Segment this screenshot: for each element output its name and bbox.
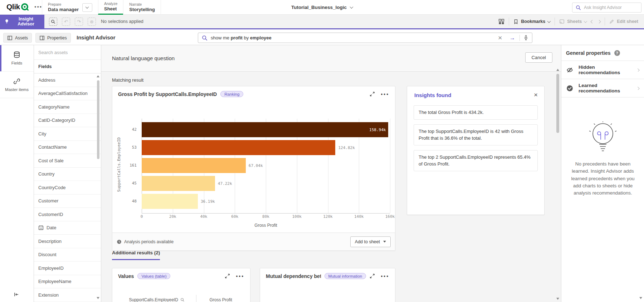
assets-panel-toggle[interactable]: Assets [3,33,32,43]
nav-tab-storytelling[interactable]: NarrateStorytelling [123,0,161,15]
field-item-city[interactable]: City [34,127,101,141]
bar-161[interactable]: 67.04k [142,158,246,173]
expand-icon[interactable] [225,273,230,279]
field-item-description[interactable]: Description [34,235,101,248]
sheets-dropdown[interactable]: Sheets [559,19,587,24]
table-column-header[interactable]: Gross Profit [196,295,245,302]
x-tick-label: 40k [200,214,208,219]
nav-tab-dropdown-button[interactable] [82,3,92,12]
properties-panel: General properties ? Hidden recommendati… [561,45,644,302]
nlq-title: Natural language question [112,55,175,61]
scrollbar-thumb[interactable] [97,80,99,159]
field-item-date[interactable]: 12Date [34,221,101,235]
more-options-icon[interactable]: ●●● [381,92,389,96]
scroll-down-icon[interactable] [639,297,642,299]
scroll-down-icon[interactable] [97,297,99,299]
field-item-discount[interactable]: Discount [34,248,101,262]
field-item-contactname[interactable]: ContactName [34,141,101,154]
nav-tab-sheet[interactable]: AnalyzeSheet [98,0,123,15]
scroll-down-icon[interactable] [556,298,559,300]
expand-icon[interactable] [370,91,375,97]
scroll-up-icon[interactable] [556,69,559,71]
selections-status: No selections applied [101,19,143,24]
insight-advisor-label: Insight Advisor [12,16,40,27]
help-icon[interactable]: ? [614,50,620,56]
bar-53[interactable]: 124.82k [142,140,335,155]
x-tick-label: 0 [141,214,143,219]
panel-left-icon [7,35,13,40]
clear-selections-icon[interactable]: ⊗ [88,18,96,26]
field-item-categoryname[interactable]: CategoryName [34,100,101,114]
scroll-up-icon[interactable] [97,75,99,77]
next-sheet-icon[interactable] [597,20,601,23]
fields-scrollbar[interactable] [97,75,100,299]
clear-query-icon[interactable]: ✕ [494,35,506,41]
bar-45[interactable]: 47.22k [142,176,215,191]
chart-card-footer: Analysis periods available Add to sheet [112,233,395,250]
app-title-dropdown[interactable]: Tutorial_Business_logic [291,0,353,15]
selections-toolbar: Insight Advisor ↶ ↷ ⊗ No selections appl… [0,15,644,29]
main-scrollbar[interactable] [556,69,560,300]
more-options-icon[interactable]: ●●● [381,274,389,278]
field-item-catid-categoryid[interactable]: CatID-CategoryID [34,114,101,128]
edit-sheet-label: Edit sheet [617,19,638,24]
cancel-button[interactable]: Cancel [525,52,552,63]
insights-panel: Insights found × The total Gross Profit … [407,86,545,215]
field-item-employeename[interactable]: EmployeeName [34,275,101,289]
tab-additional-results[interactable]: Additional results (2) [112,250,160,260]
scrollbar-thumb[interactable] [556,74,559,133]
properties-panel-toggle[interactable]: Properties [35,33,71,43]
category-label: 45 [122,176,137,191]
nlq-search-input[interactable]: show me profit by employee ✕ → [198,33,532,43]
step-back-icon[interactable]: ↶ [62,18,70,26]
row-hidden-recommendations[interactable]: Hidden recommendations [561,61,644,79]
rail-item-fields[interactable]: Fields [0,45,34,72]
edit-sheet-button[interactable]: Edit sheet [609,19,638,24]
table-column-header[interactable]: SupportCalls.EmployeeID [117,295,196,302]
nav-tabs: PrepareData managerAnalyzeSheetNarrateSt… [42,0,161,15]
field-item-customer[interactable]: Customer [34,195,101,208]
search-icon[interactable] [180,298,185,302]
field-item-averagecallsatisfaction[interactable]: AverageCallSatisfaction [34,87,101,101]
nav-tab-data-manager[interactable]: PrepareData manager [42,0,98,15]
x-axis-label: Gross Profit [142,223,390,228]
close-icon[interactable]: × [534,92,538,98]
properties-title: General properties [566,50,611,56]
rail-item-master-items[interactable]: Master items [0,72,34,98]
insights-list: The total Gross Profit is 434.2k.The top… [407,98,544,171]
bar-48[interactable]: 36.19k [142,194,198,209]
submit-query-icon[interactable]: → [506,35,519,41]
more-options-icon[interactable]: ●●● [236,274,244,278]
fields-list-header: Fields [34,60,101,73]
collapse-panel-icon[interactable] [14,292,19,297]
row-learned-recommendations[interactable]: Learned recommendations [561,79,644,97]
global-menu-icon[interactable]: ●●● [34,5,42,9]
x-tick-label: 60k [231,214,238,219]
insight-item[interactable]: The top SupportCalls.EmployeeID is 42 wi… [414,124,538,145]
previous-sheet-icon[interactable] [591,20,594,23]
expand-icon[interactable] [370,273,375,279]
row-label: Learned recommendations [579,83,631,94]
chevron-right-icon [636,68,639,71]
smart-search-icon[interactable] [49,18,57,26]
insight-item[interactable]: The total Gross Profit is 434.2k. [414,105,538,120]
insight-advisor-button[interactable]: Insight Advisor [0,15,44,28]
field-item-address[interactable]: Address [34,73,101,87]
search-assets-input[interactable]: Search assets [34,45,101,60]
add-to-sheet-button[interactable]: Add to sheet [350,236,391,247]
gridline [390,119,390,213]
field-item-customerid[interactable]: CustomerID [34,208,101,221]
field-item-extension[interactable]: Extension [34,288,101,302]
x-tick-label: 80k [262,214,269,219]
field-item-countrycode[interactable]: CountryCode [34,181,101,195]
field-item-country[interactable]: Country [34,168,101,181]
step-forward-icon[interactable]: ↷ [75,18,83,26]
field-item-cost-of-sale[interactable]: Cost of Sale [34,154,101,168]
app-overview-icon[interactable] [498,19,504,25]
bar-42[interactable]: 158.94k [142,122,388,137]
field-item-employeeid[interactable]: EmployeeID [34,262,101,275]
bookmarks-dropdown[interactable]: Bookmarks [513,19,550,24]
insight-item[interactable]: The top 2 SupportCalls.EmployeeID repres… [414,150,538,171]
ask-insight-advisor-input[interactable]: Ask Insight Advisor [572,3,641,13]
microphone-icon[interactable] [519,35,528,41]
